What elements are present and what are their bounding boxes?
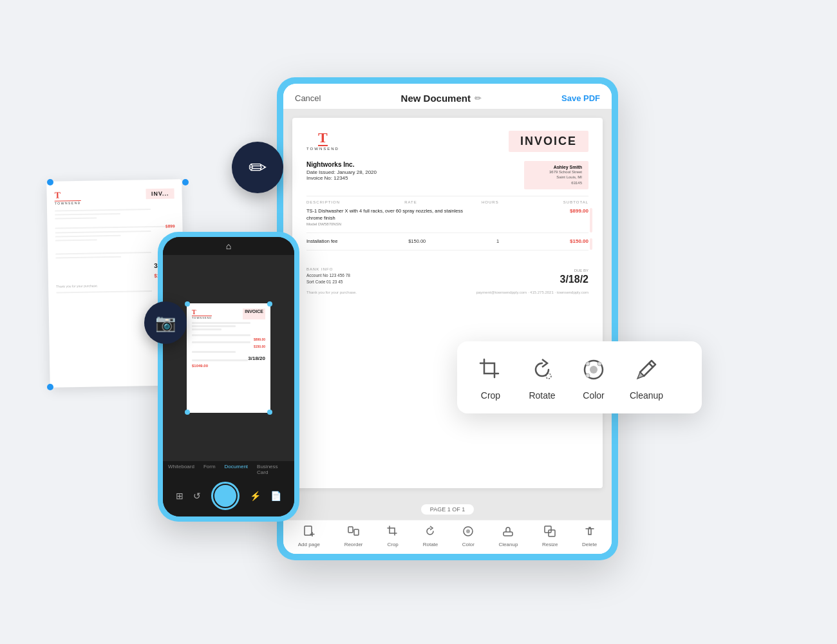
phone-mini-total: $1049.00: [192, 364, 265, 368]
tablet-title-area: New Document ✏: [401, 93, 482, 104]
toolbar-crop[interactable]: Crop: [387, 526, 399, 547]
phone-modes: Whiteboard Form Document Business Card: [163, 461, 294, 478]
ctx-crop-icon: [475, 354, 506, 385]
mode-whiteboard[interactable]: Whiteboard: [168, 464, 194, 475]
corner-tr: [267, 301, 272, 307]
tablet-toolbar: Add page Reorder: [283, 520, 612, 554]
edit-circle[interactable]: ✏: [232, 142, 283, 193]
invoice-to-addr: 3679 School Street Saint Louis, MI 63145: [531, 169, 582, 185]
invoice-price-1: $899.00: [570, 208, 588, 214]
toolbar-resize[interactable]: Resize: [542, 526, 558, 547]
svg-rect-9: [549, 530, 555, 536]
camera-icon: 📷: [155, 313, 176, 333]
resize-icon: [544, 526, 556, 540]
phone: ⌂ T TOWNSEND INVOICE: [158, 232, 299, 522]
rotate-icon: [424, 526, 436, 540]
phone-controls: ⊞ ↺ ⚡ 📄: [163, 478, 294, 516]
tablet: Cancel New Document ✏ Save PDF T TOWNSEN…: [277, 77, 618, 560]
reorder-icon: [348, 526, 359, 540]
invoice-line-item-2: Installation fee $150.00 1 $150.00: [306, 238, 588, 251]
svg-point-12: [590, 366, 597, 374]
selection-dot-tr: [182, 179, 189, 185]
invoice-price-2: $150.00: [570, 238, 588, 244]
home-icon: ⌂: [226, 241, 231, 251]
toolbar-delete[interactable]: Delete: [582, 526, 597, 547]
delete-label: Delete: [582, 542, 597, 547]
reorder-label: Reorder: [344, 542, 363, 547]
svg-rect-8: [545, 526, 551, 533]
invoice-to-name: Ashley Smith: [531, 165, 582, 169]
ctx-crop[interactable]: Crop: [475, 354, 506, 401]
mode-document[interactable]: Document: [225, 464, 248, 475]
account-number: Account No 123 456 78: [306, 272, 350, 279]
camera-circle[interactable]: 📷: [144, 301, 187, 344]
selection-dot-bl: [47, 384, 53, 390]
phone-lightning-icon[interactable]: ⚡: [250, 491, 261, 501]
color-icon: [462, 526, 474, 540]
invoice-document: T TOWNSEND INVOICE Nightworks Inc. Date …: [292, 118, 603, 488]
ctx-color-icon: [578, 354, 609, 385]
cleanup-icon: [502, 526, 514, 540]
phone-invoice-tag: INVOICE: [243, 308, 265, 319]
svg-rect-7: [503, 532, 513, 536]
paper-brand-t: T: [54, 190, 80, 202]
toolbar-cleanup[interactable]: Cleanup: [499, 526, 518, 547]
crop-label: Crop: [387, 542, 398, 547]
ctx-rotate-label: Rotate: [529, 390, 555, 401]
invoice-title-box: INVOICE: [509, 131, 588, 152]
document-title: New Document: [401, 93, 471, 104]
save-pdf-button[interactable]: Save PDF: [561, 93, 600, 103]
brand-logo: T TOWNSEND: [306, 131, 339, 151]
toolbar-add-page[interactable]: Add page: [298, 526, 320, 547]
invoice-address-row: Nightworks Inc. Date Issued: January 28,…: [306, 161, 588, 189]
color-label: Color: [462, 542, 475, 547]
corner-br: [267, 410, 272, 415]
ctx-rotate-icon: [527, 354, 558, 385]
svg-point-6: [466, 529, 470, 533]
ctx-color[interactable]: Color: [578, 354, 609, 401]
phone-doc-mini: T TOWNSEND INVOICE $899.00 $150.00: [192, 308, 265, 408]
edit-title-icon[interactable]: ✏: [475, 93, 482, 103]
invoice-header: T TOWNSEND INVOICE: [306, 131, 588, 152]
phone-brand-name: TOWNSEND: [192, 316, 212, 319]
toolbar-rotate[interactable]: Rotate: [423, 526, 438, 547]
invoice-table-header: DESCRIPTION RATE HOURS SUBTOTAL: [306, 200, 588, 204]
phone-doc-icon[interactable]: 📄: [270, 491, 281, 501]
red-accent-bar-2: [590, 238, 592, 251]
corner-bl: [185, 410, 190, 415]
invoice-desc-2: Installation fee: [306, 238, 337, 245]
invoice-to-box: Ashley Smith 3679 School Street Saint Lo…: [524, 161, 588, 189]
invoice-footer: Thank you for your purchase. payment@tow…: [306, 290, 588, 294]
ctx-cleanup[interactable]: Cleanup: [630, 354, 663, 401]
delete-icon: [584, 526, 596, 540]
invoice-bank-row: BANK INFO Account No 123 456 78 Sort Cod…: [306, 267, 588, 285]
tablet-topbar: Cancel New Document ✏ Save PDF: [283, 84, 612, 109]
brand-name: TOWNSEND: [306, 147, 339, 151]
toolbar-reorder[interactable]: Reorder: [344, 526, 363, 547]
shutter-button[interactable]: [211, 482, 240, 510]
svg-rect-4: [354, 529, 359, 535]
phone-status-bar: ⌂: [163, 237, 294, 255]
invoice-number: Invoice No: 12345: [306, 175, 377, 181]
invoice-title: INVOICE: [520, 135, 577, 148]
due-date: 3/18/2: [560, 274, 588, 285]
rotate-label: Rotate: [423, 542, 438, 547]
sort-code: Sort Code 01 23 45: [306, 279, 350, 285]
selection-dot-tl: [47, 179, 53, 185]
mode-businesscard[interactable]: Business Card: [257, 464, 289, 475]
phone-flash-icon[interactable]: ↺: [193, 491, 201, 501]
due-date-box: DUE BY 3/18/2: [560, 269, 588, 285]
ctx-rotate[interactable]: Rotate: [527, 354, 558, 401]
mode-form[interactable]: Form: [203, 464, 216, 475]
cancel-button[interactable]: Cancel: [295, 93, 321, 103]
invoice-rate-2: $150.00: [408, 238, 426, 244]
toolbar-color[interactable]: Color: [462, 526, 475, 547]
tablet-pagination: PAGE 1 OF 1: [283, 497, 612, 520]
add-page-icon: [303, 526, 315, 540]
ctx-crop-label: Crop: [481, 390, 500, 401]
svg-point-14: [597, 362, 601, 366]
phone-gallery-icon[interactable]: ⊞: [176, 491, 183, 501]
svg-rect-3: [348, 527, 353, 533]
cleanup-label: Cleanup: [499, 542, 518, 547]
resize-label: Resize: [542, 542, 558, 547]
